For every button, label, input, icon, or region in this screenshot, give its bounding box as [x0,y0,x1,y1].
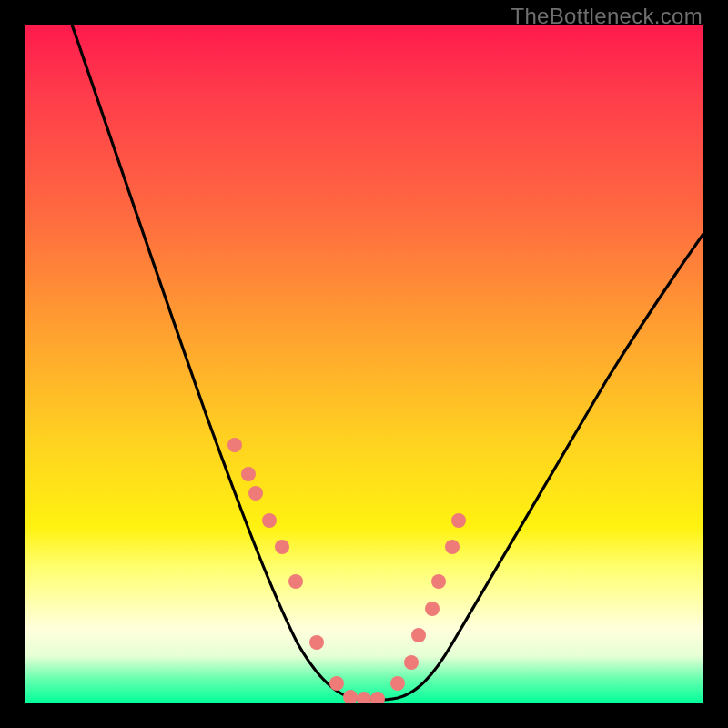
marker-point [262,513,277,528]
marker-point [329,676,344,691]
marker-point [357,692,371,703]
marker-point [370,692,385,703]
marker-point [451,513,466,528]
marker-point [275,540,289,554]
curve-layer [25,25,703,703]
marker-point [241,467,256,481]
marker-point [411,628,426,642]
marker-point [404,655,419,670]
chart-stage: TheBottleneck.com [0,0,728,728]
marker-group [228,438,466,703]
marker-point [228,438,242,452]
marker-point [390,676,405,691]
marker-point [309,635,324,650]
marker-point [248,486,263,500]
marker-point [431,574,446,589]
marker-point [288,574,303,589]
marker-point [445,540,460,554]
watermark-text: TheBottleneck.com [511,4,703,29]
marker-point [425,602,440,616]
bottleneck-curve [72,25,703,700]
marker-point [343,690,358,703]
plot-area [25,25,703,703]
